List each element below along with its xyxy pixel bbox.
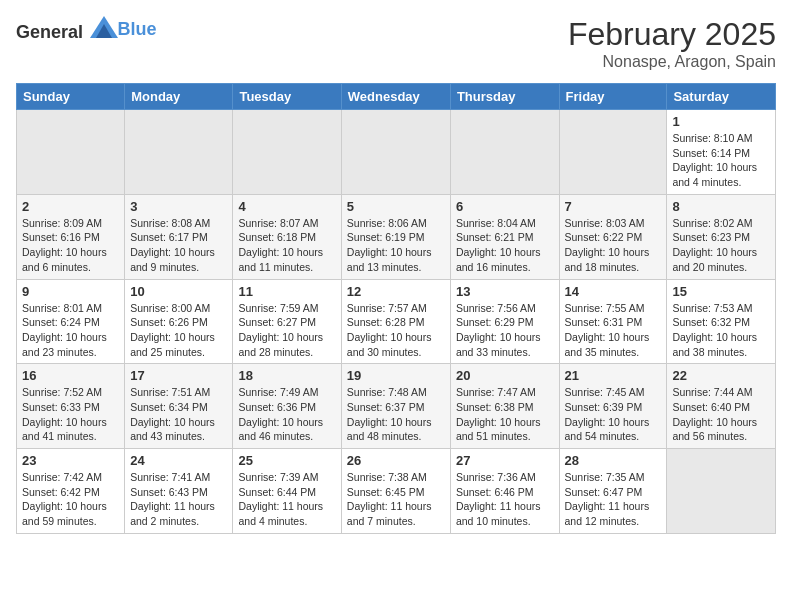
day-info: Sunrise: 7:53 AM Sunset: 6:32 PM Dayligh…	[672, 301, 770, 360]
calendar-cell	[667, 449, 776, 534]
day-info: Sunrise: 7:47 AM Sunset: 6:38 PM Dayligh…	[456, 385, 554, 444]
weekday-header: Friday	[559, 84, 667, 110]
calendar-cell	[125, 110, 233, 195]
calendar-cell: 11Sunrise: 7:59 AM Sunset: 6:27 PM Dayli…	[233, 279, 341, 364]
day-number: 20	[456, 368, 554, 383]
day-info: Sunrise: 7:39 AM Sunset: 6:44 PM Dayligh…	[238, 470, 335, 529]
calendar-week-row: 16Sunrise: 7:52 AM Sunset: 6:33 PM Dayli…	[17, 364, 776, 449]
day-info: Sunrise: 7:48 AM Sunset: 6:37 PM Dayligh…	[347, 385, 445, 444]
day-number: 25	[238, 453, 335, 468]
day-info: Sunrise: 7:38 AM Sunset: 6:45 PM Dayligh…	[347, 470, 445, 529]
day-info: Sunrise: 7:57 AM Sunset: 6:28 PM Dayligh…	[347, 301, 445, 360]
day-number: 22	[672, 368, 770, 383]
calendar-cell: 15Sunrise: 7:53 AM Sunset: 6:32 PM Dayli…	[667, 279, 776, 364]
weekday-header: Saturday	[667, 84, 776, 110]
calendar-cell: 5Sunrise: 8:06 AM Sunset: 6:19 PM Daylig…	[341, 194, 450, 279]
calendar-cell: 8Sunrise: 8:02 AM Sunset: 6:23 PM Daylig…	[667, 194, 776, 279]
day-info: Sunrise: 7:56 AM Sunset: 6:29 PM Dayligh…	[456, 301, 554, 360]
day-number: 23	[22, 453, 119, 468]
day-number: 28	[565, 453, 662, 468]
logo-general: General	[16, 22, 83, 42]
weekday-header: Monday	[125, 84, 233, 110]
day-info: Sunrise: 8:04 AM Sunset: 6:21 PM Dayligh…	[456, 216, 554, 275]
calendar-cell: 21Sunrise: 7:45 AM Sunset: 6:39 PM Dayli…	[559, 364, 667, 449]
calendar-cell	[233, 110, 341, 195]
day-info: Sunrise: 8:06 AM Sunset: 6:19 PM Dayligh…	[347, 216, 445, 275]
logo-blue: Blue	[118, 19, 157, 39]
day-number: 19	[347, 368, 445, 383]
location-subtitle: Nonaspe, Aragon, Spain	[568, 53, 776, 71]
day-info: Sunrise: 7:51 AM Sunset: 6:34 PM Dayligh…	[130, 385, 227, 444]
day-info: Sunrise: 7:36 AM Sunset: 6:46 PM Dayligh…	[456, 470, 554, 529]
calendar-cell	[341, 110, 450, 195]
calendar-cell: 10Sunrise: 8:00 AM Sunset: 6:26 PM Dayli…	[125, 279, 233, 364]
calendar-cell: 7Sunrise: 8:03 AM Sunset: 6:22 PM Daylig…	[559, 194, 667, 279]
day-number: 21	[565, 368, 662, 383]
day-number: 6	[456, 199, 554, 214]
logo: General Blue	[16, 16, 157, 43]
day-number: 27	[456, 453, 554, 468]
calendar-cell	[450, 110, 559, 195]
calendar-cell: 19Sunrise: 7:48 AM Sunset: 6:37 PM Dayli…	[341, 364, 450, 449]
day-info: Sunrise: 8:00 AM Sunset: 6:26 PM Dayligh…	[130, 301, 227, 360]
calendar-cell: 25Sunrise: 7:39 AM Sunset: 6:44 PM Dayli…	[233, 449, 341, 534]
calendar-table: SundayMondayTuesdayWednesdayThursdayFrid…	[16, 83, 776, 534]
calendar-cell: 17Sunrise: 7:51 AM Sunset: 6:34 PM Dayli…	[125, 364, 233, 449]
calendar-cell: 26Sunrise: 7:38 AM Sunset: 6:45 PM Dayli…	[341, 449, 450, 534]
calendar-cell: 24Sunrise: 7:41 AM Sunset: 6:43 PM Dayli…	[125, 449, 233, 534]
calendar-cell: 2Sunrise: 8:09 AM Sunset: 6:16 PM Daylig…	[17, 194, 125, 279]
day-info: Sunrise: 7:44 AM Sunset: 6:40 PM Dayligh…	[672, 385, 770, 444]
calendar-week-row: 9Sunrise: 8:01 AM Sunset: 6:24 PM Daylig…	[17, 279, 776, 364]
day-info: Sunrise: 8:07 AM Sunset: 6:18 PM Dayligh…	[238, 216, 335, 275]
day-number: 9	[22, 284, 119, 299]
title-block: February 2025 Nonaspe, Aragon, Spain	[568, 16, 776, 71]
day-number: 26	[347, 453, 445, 468]
calendar-cell: 22Sunrise: 7:44 AM Sunset: 6:40 PM Dayli…	[667, 364, 776, 449]
calendar-cell	[17, 110, 125, 195]
calendar-cell: 12Sunrise: 7:57 AM Sunset: 6:28 PM Dayli…	[341, 279, 450, 364]
calendar-cell: 9Sunrise: 8:01 AM Sunset: 6:24 PM Daylig…	[17, 279, 125, 364]
calendar-week-row: 2Sunrise: 8:09 AM Sunset: 6:16 PM Daylig…	[17, 194, 776, 279]
calendar-cell: 3Sunrise: 8:08 AM Sunset: 6:17 PM Daylig…	[125, 194, 233, 279]
calendar-cell: 23Sunrise: 7:42 AM Sunset: 6:42 PM Dayli…	[17, 449, 125, 534]
day-number: 11	[238, 284, 335, 299]
day-number: 2	[22, 199, 119, 214]
day-info: Sunrise: 8:03 AM Sunset: 6:22 PM Dayligh…	[565, 216, 662, 275]
day-number: 8	[672, 199, 770, 214]
day-number: 14	[565, 284, 662, 299]
day-info: Sunrise: 7:35 AM Sunset: 6:47 PM Dayligh…	[565, 470, 662, 529]
calendar-cell: 13Sunrise: 7:56 AM Sunset: 6:29 PM Dayli…	[450, 279, 559, 364]
day-number: 15	[672, 284, 770, 299]
calendar-header-row: SundayMondayTuesdayWednesdayThursdayFrid…	[17, 84, 776, 110]
day-info: Sunrise: 7:49 AM Sunset: 6:36 PM Dayligh…	[238, 385, 335, 444]
weekday-header: Wednesday	[341, 84, 450, 110]
day-info: Sunrise: 8:10 AM Sunset: 6:14 PM Dayligh…	[672, 131, 770, 190]
day-number: 4	[238, 199, 335, 214]
day-info: Sunrise: 8:01 AM Sunset: 6:24 PM Dayligh…	[22, 301, 119, 360]
calendar-cell: 14Sunrise: 7:55 AM Sunset: 6:31 PM Dayli…	[559, 279, 667, 364]
page-header: General Blue February 2025 Nonaspe, Arag…	[16, 16, 776, 71]
calendar-week-row: 1Sunrise: 8:10 AM Sunset: 6:14 PM Daylig…	[17, 110, 776, 195]
logo-icon	[90, 16, 118, 38]
calendar-cell: 27Sunrise: 7:36 AM Sunset: 6:46 PM Dayli…	[450, 449, 559, 534]
day-number: 3	[130, 199, 227, 214]
day-info: Sunrise: 7:41 AM Sunset: 6:43 PM Dayligh…	[130, 470, 227, 529]
day-info: Sunrise: 7:45 AM Sunset: 6:39 PM Dayligh…	[565, 385, 662, 444]
day-info: Sunrise: 8:09 AM Sunset: 6:16 PM Dayligh…	[22, 216, 119, 275]
day-number: 24	[130, 453, 227, 468]
calendar-week-row: 23Sunrise: 7:42 AM Sunset: 6:42 PM Dayli…	[17, 449, 776, 534]
day-number: 10	[130, 284, 227, 299]
calendar-cell	[559, 110, 667, 195]
weekday-header: Thursday	[450, 84, 559, 110]
day-info: Sunrise: 7:42 AM Sunset: 6:42 PM Dayligh…	[22, 470, 119, 529]
day-number: 16	[22, 368, 119, 383]
month-year-title: February 2025	[568, 16, 776, 53]
day-number: 13	[456, 284, 554, 299]
day-info: Sunrise: 7:55 AM Sunset: 6:31 PM Dayligh…	[565, 301, 662, 360]
calendar-cell: 28Sunrise: 7:35 AM Sunset: 6:47 PM Dayli…	[559, 449, 667, 534]
weekday-header: Tuesday	[233, 84, 341, 110]
calendar-cell: 4Sunrise: 8:07 AM Sunset: 6:18 PM Daylig…	[233, 194, 341, 279]
day-number: 5	[347, 199, 445, 214]
weekday-header: Sunday	[17, 84, 125, 110]
day-number: 7	[565, 199, 662, 214]
